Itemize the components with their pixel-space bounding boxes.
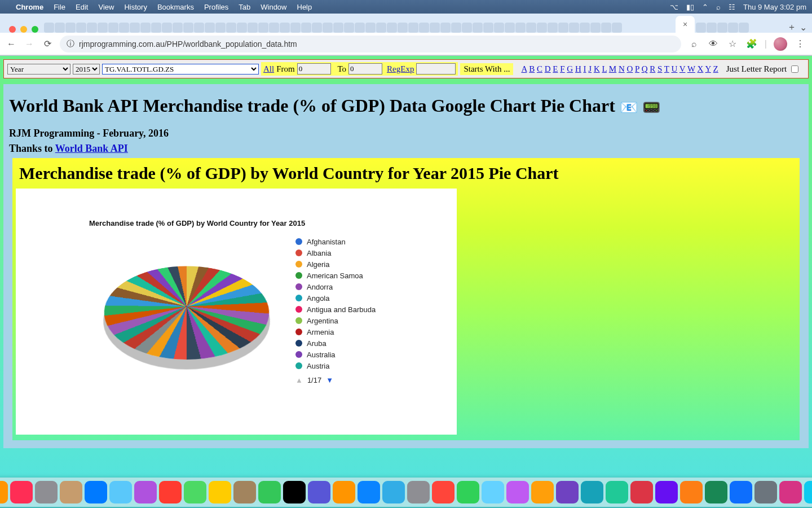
legend-item[interactable]: American Samoa bbox=[295, 270, 376, 281]
tab[interactable] bbox=[248, 23, 258, 33]
email-icon[interactable]: 📧 bbox=[620, 99, 638, 116]
year-select[interactable]: 2015 bbox=[73, 64, 100, 75]
tab[interactable] bbox=[440, 23, 451, 33]
dock-app[interactable] bbox=[606, 481, 628, 503]
menu-view[interactable]: View bbox=[98, 3, 114, 11]
just-letter-report-checkbox[interactable] bbox=[791, 65, 798, 73]
alpha-link-G[interactable]: G bbox=[567, 64, 573, 73]
alpha-link-W[interactable]: W bbox=[687, 64, 695, 73]
tab[interactable] bbox=[494, 23, 504, 33]
legend-prev-icon[interactable]: ▲ bbox=[295, 376, 303, 384]
profile-avatar[interactable] bbox=[774, 37, 787, 51]
alpha-link-O[interactable]: O bbox=[627, 64, 633, 73]
menu-file[interactable]: File bbox=[54, 3, 65, 11]
alpha-link-Z[interactable]: Z bbox=[713, 64, 718, 73]
bookmark-star-icon[interactable]: ☆ bbox=[726, 38, 739, 49]
tab[interactable] bbox=[717, 23, 727, 33]
tab[interactable] bbox=[65, 23, 76, 33]
dock-app[interactable] bbox=[531, 481, 554, 503]
alpha-link-N[interactable]: N bbox=[619, 64, 625, 73]
alpha-link-L[interactable]: L bbox=[602, 64, 607, 73]
tab[interactable] bbox=[194, 23, 204, 33]
pie-chart[interactable] bbox=[105, 242, 268, 383]
tab[interactable] bbox=[87, 23, 97, 33]
dock-app[interactable] bbox=[457, 481, 479, 503]
tab[interactable] bbox=[505, 23, 515, 33]
alpha-link-F[interactable]: F bbox=[560, 64, 564, 73]
close-tab-icon[interactable]: × bbox=[683, 20, 687, 29]
tab[interactable] bbox=[323, 23, 333, 33]
legend-next-icon[interactable]: ▼ bbox=[326, 376, 333, 384]
dock-app[interactable] bbox=[432, 481, 454, 503]
tab[interactable] bbox=[515, 23, 526, 33]
alpha-link-U[interactable]: U bbox=[672, 64, 678, 73]
alpha-link-T[interactable]: T bbox=[664, 64, 669, 73]
dock-app[interactable] bbox=[233, 481, 256, 503]
tab[interactable] bbox=[739, 23, 749, 33]
dock-app[interactable] bbox=[506, 481, 529, 503]
dock-app[interactable] bbox=[382, 481, 405, 503]
tab[interactable] bbox=[696, 23, 706, 33]
tab[interactable] bbox=[205, 23, 215, 33]
alpha-link-R[interactable]: R bbox=[650, 64, 655, 73]
alpha-link-V[interactable]: V bbox=[679, 64, 686, 73]
tab[interactable] bbox=[355, 23, 365, 33]
dock-app[interactable] bbox=[407, 481, 430, 503]
legend-item[interactable]: Antigua and Barbuda bbox=[295, 304, 376, 315]
tab[interactable] bbox=[707, 23, 717, 33]
pager-icon[interactable]: 📟 bbox=[642, 99, 660, 116]
dock-app[interactable] bbox=[184, 481, 206, 503]
tab[interactable] bbox=[376, 23, 386, 33]
menu-profiles[interactable]: Profiles bbox=[204, 3, 228, 11]
dock-app[interactable] bbox=[333, 481, 355, 503]
tab[interactable] bbox=[473, 23, 483, 33]
tab[interactable] bbox=[258, 23, 268, 33]
tab[interactable] bbox=[215, 23, 226, 33]
dock-app[interactable] bbox=[779, 481, 802, 503]
tab[interactable] bbox=[151, 23, 161, 33]
alpha-link-Q[interactable]: Q bbox=[642, 64, 648, 73]
regexp-input[interactable] bbox=[416, 63, 456, 75]
dock-app[interactable] bbox=[581, 481, 603, 503]
legend-item[interactable]: Andorra bbox=[295, 281, 376, 292]
zoom-window-button[interactable] bbox=[32, 26, 38, 33]
chrome-menu-icon[interactable]: ⋮ bbox=[794, 38, 806, 49]
alpha-link-P[interactable]: P bbox=[635, 64, 639, 73]
tab[interactable] bbox=[408, 23, 418, 33]
tab[interactable] bbox=[130, 23, 140, 33]
tab[interactable] bbox=[548, 23, 558, 33]
alpha-link-D[interactable]: D bbox=[545, 64, 551, 73]
alpha-link-H[interactable]: H bbox=[575, 64, 581, 73]
tab[interactable] bbox=[226, 23, 236, 33]
menu-tab[interactable]: Tab bbox=[239, 3, 250, 11]
menu-help[interactable]: Help bbox=[297, 3, 312, 11]
alpha-link-I[interactable]: I bbox=[584, 64, 586, 73]
alpha-link-X[interactable]: X bbox=[698, 64, 704, 73]
dock-app[interactable] bbox=[0, 481, 8, 503]
eye-icon[interactable]: 👁 bbox=[707, 39, 720, 49]
tab[interactable] bbox=[44, 23, 54, 33]
dock-app[interactable] bbox=[10, 481, 33, 503]
dock-app[interactable] bbox=[630, 481, 653, 503]
dock-app[interactable] bbox=[482, 481, 504, 503]
dock-app[interactable] bbox=[258, 481, 281, 503]
menu-window[interactable]: Window bbox=[261, 3, 286, 11]
tab[interactable] bbox=[387, 23, 397, 33]
bluetooth-icon[interactable]: ⌥ bbox=[670, 3, 678, 11]
tab[interactable] bbox=[344, 23, 354, 33]
legend-item[interactable]: Afghanistan bbox=[295, 236, 376, 247]
back-button[interactable]: ← bbox=[6, 39, 17, 49]
zoom-icon[interactable]: ⌕ bbox=[688, 39, 700, 49]
dock-app[interactable] bbox=[209, 481, 231, 503]
tab[interactable] bbox=[269, 23, 279, 33]
menubar-clock[interactable]: Thu 9 May 3:02 pm bbox=[743, 3, 806, 11]
alpha-link-J[interactable]: J bbox=[588, 64, 592, 73]
active-tab[interactable]: × bbox=[676, 16, 695, 33]
alpha-link-B[interactable]: B bbox=[529, 64, 535, 73]
tab-dropdown-button[interactable]: ⌄ bbox=[797, 21, 809, 33]
dock-app[interactable] bbox=[85, 481, 107, 503]
alpha-link-C[interactable]: C bbox=[537, 64, 542, 73]
tab[interactable] bbox=[430, 23, 440, 33]
regexp-link[interactable]: RegExp bbox=[387, 64, 414, 74]
dock-app[interactable] bbox=[109, 481, 132, 503]
